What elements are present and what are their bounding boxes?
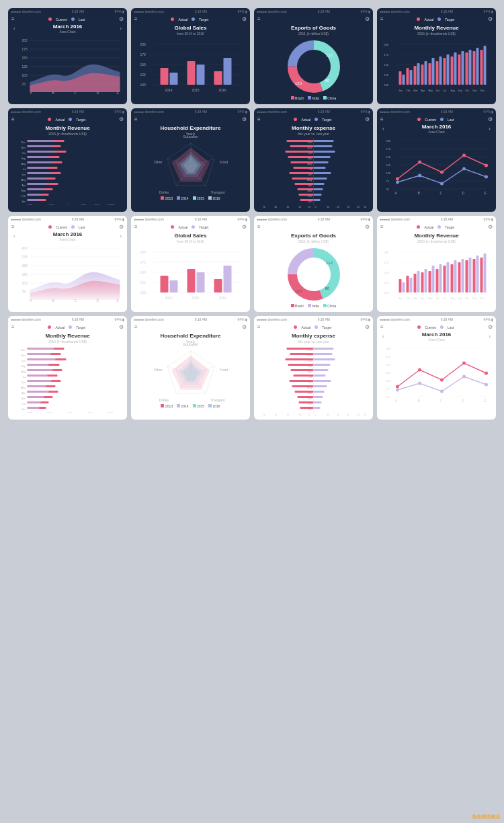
svg-rect-298 (473, 259, 476, 292)
next-arrow[interactable]: › (489, 334, 491, 340)
gear-icon[interactable]: ⚙ (119, 116, 124, 122)
svg-text:1k: 1k (308, 414, 311, 416)
svg-text:80: 80 (325, 79, 329, 83)
svg-rect-297 (469, 258, 472, 292)
gear-icon[interactable]: ⚙ (242, 16, 247, 22)
svg-text:Drinks: Drinks (159, 190, 169, 194)
next-arrow[interactable]: › (120, 233, 122, 239)
chart-subtitle: 2015 (in thouthands US$) (11, 132, 124, 136)
gear-icon[interactable]: ⚙ (488, 116, 493, 122)
gear-icon[interactable]: ⚙ (365, 324, 370, 330)
chart-nav-1: ‹ March 2016 Area Chart › (8, 24, 127, 34)
svg-text:3k: 3k (347, 206, 350, 208)
svg-rect-97 (28, 151, 56, 153)
svg-rect-398 (295, 391, 314, 393)
gear-icon[interactable]: ⚙ (119, 224, 124, 230)
prev-arrow[interactable]: ‹ (382, 126, 384, 132)
hamburger-icon[interactable]: ≡ (134, 324, 138, 330)
svg-rect-166 (314, 167, 326, 169)
svg-text:B: B (418, 191, 421, 195)
svg-text:150: 150 (22, 264, 28, 268)
gear-icon[interactable]: ⚙ (242, 324, 247, 330)
svg-text:Nov: Nov (473, 297, 477, 300)
svg-text:150: 150 (140, 63, 146, 67)
area-svg-light: 200 175 150 125 100 75 (11, 243, 124, 303)
prev-arrow[interactable]: ‹ (382, 334, 384, 340)
svg-text:Nov: Nov (473, 89, 477, 92)
svg-rect-395 (292, 385, 314, 387)
gear-icon[interactable]: ⚙ (365, 16, 370, 22)
svg-rect-172 (314, 178, 327, 180)
svg-rect-180 (299, 194, 314, 196)
hamburger-icon[interactable]: ≡ (11, 116, 15, 122)
hamburger-icon[interactable]: ≡ (11, 224, 15, 230)
svg-text:C: C (75, 299, 77, 303)
svg-text:0: 0 (315, 414, 317, 416)
svg-text:1000: 1000 (28, 412, 33, 413)
svg-rect-401 (298, 396, 314, 398)
svg-text:Food: Food (220, 160, 228, 164)
next-arrow[interactable]: › (120, 26, 122, 32)
gear-icon[interactable]: ⚙ (365, 224, 370, 230)
status-bar-1: ●●●●● tiaveliev.com 6:18 AM 84% ▮ (8, 8, 127, 15)
svg-rect-331 (28, 375, 48, 377)
svg-text:175: 175 (22, 255, 28, 259)
gear-icon[interactable]: ⚙ (488, 324, 493, 330)
svg-text:Mar: Mar (414, 297, 419, 300)
hamburger-icon[interactable]: ≡ (257, 224, 261, 230)
gear-icon[interactable]: ⚙ (242, 224, 247, 230)
hamburger-icon[interactable]: ≡ (134, 224, 138, 230)
svg-rect-64 (439, 56, 442, 85)
svg-rect-386 (291, 369, 314, 371)
svg-point-434 (396, 385, 399, 389)
prev-arrow[interactable]: ‹ (13, 26, 15, 32)
phone-7: ●●●●● tiaveliev.com 6:18 AM 64% ▮ ≡ Actu… (254, 108, 373, 212)
svg-rect-70 (462, 51, 464, 85)
svg-rect-160 (314, 156, 331, 158)
hamburger-icon[interactable]: ≡ (11, 324, 15, 330)
svg-rect-61 (429, 63, 431, 85)
svg-rect-112 (28, 178, 46, 180)
hamburger-icon[interactable]: ≡ (380, 16, 384, 22)
svg-point-438 (485, 372, 488, 375)
hamburger-icon[interactable]: ≡ (257, 116, 261, 122)
svg-rect-103 (28, 161, 53, 163)
svg-rect-322 (28, 358, 56, 360)
hamburger-icon[interactable]: ≡ (380, 116, 384, 122)
svg-text:May: May (21, 178, 26, 182)
svg-rect-295 (462, 259, 464, 292)
chart-title: Global Sales (134, 233, 247, 239)
svg-text:Oct: Oct (466, 297, 469, 300)
svg-rect-380 (286, 358, 314, 360)
svg-rect-282 (414, 274, 417, 292)
hamburger-icon[interactable]: ≡ (134, 16, 138, 22)
hamburger-icon[interactable]: ≡ (380, 224, 384, 230)
gear-icon[interactable]: ⚙ (365, 116, 370, 122)
next-arrow[interactable]: › (489, 126, 491, 132)
hamburger-icon[interactable]: ≡ (257, 324, 261, 330)
gear-icon[interactable]: ⚙ (242, 116, 247, 122)
hamburger-icon[interactable]: ≡ (380, 324, 384, 330)
hamburger-icon[interactable]: ≡ (134, 116, 138, 122)
phone-12: ●●●●● tiaveliev.com 6:18 AM 63% ▮ ≡ Actu… (377, 216, 496, 312)
phone-3: ●●●●● tiaveliev.com 6:18 AM 64% ▮ ≡ ⚙ Ex… (254, 8, 373, 104)
phone-4: ●●●●● tiaveliev.com 6:18 AM 64% ▮ ≡ Actu… (377, 8, 496, 104)
svg-text:Feb: Feb (22, 194, 27, 198)
svg-rect-59 (421, 65, 424, 85)
hamburger-icon[interactable]: ≡ (11, 16, 15, 22)
hamburger-icon[interactable]: ≡ (257, 16, 261, 22)
gear-icon[interactable]: ⚙ (119, 16, 124, 22)
svg-rect-288 (436, 269, 439, 292)
svg-rect-175 (314, 183, 325, 185)
svg-text:7500: 7500 (95, 204, 100, 205)
svg-text:B: B (418, 399, 421, 403)
svg-text:2k: 2k (337, 206, 340, 208)
gear-icon[interactable]: ⚙ (488, 16, 493, 22)
svg-point-443 (485, 383, 488, 387)
svg-rect-157 (314, 151, 335, 153)
gear-icon[interactable]: ⚙ (119, 324, 124, 330)
gear-icon[interactable]: ⚙ (488, 224, 493, 230)
svg-text:4k: 4k (275, 206, 278, 208)
svg-text:Aug: Aug (21, 162, 26, 165)
prev-arrow[interactable]: ‹ (13, 233, 15, 239)
